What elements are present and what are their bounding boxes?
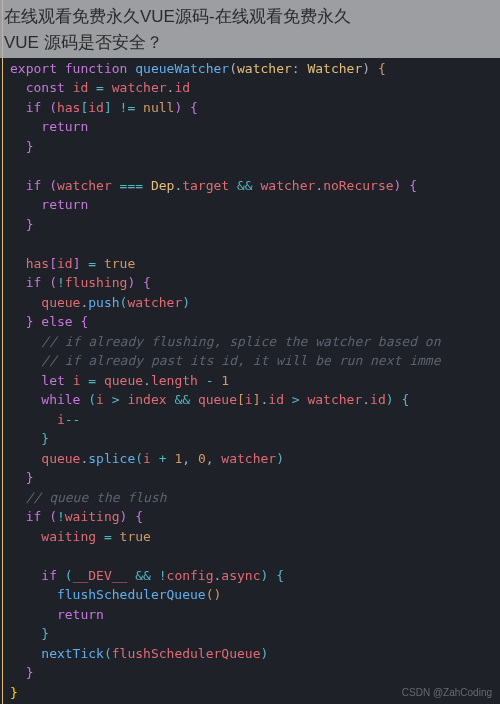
code-line[interactable]: } [10, 624, 500, 644]
code-line[interactable]: nextTick(flushSchedulerQueue) [10, 644, 500, 664]
code-line[interactable]: if (has[id] != null) { [10, 98, 500, 118]
code-line[interactable]: queue.push(watcher) [10, 293, 500, 313]
code-line[interactable]: return [10, 605, 500, 625]
overlay-line2: VUE 源码是否安全？ [4, 30, 496, 56]
code-line[interactable]: has[id] = true [10, 254, 500, 274]
title-overlay: 在线观看免费永久VUE源码-在线观看免费永久 VUE 源码是否安全？ [0, 0, 500, 58]
code-line[interactable] [10, 234, 500, 254]
code-line[interactable]: waiting = true [10, 527, 500, 547]
code-line[interactable]: if (!waiting) { [10, 507, 500, 527]
code-line[interactable]: } [10, 429, 500, 449]
code-line[interactable]: } [10, 215, 500, 235]
code-line[interactable]: } else { [10, 312, 500, 332]
code-line[interactable]: flushSchedulerQueue() [10, 585, 500, 605]
code-line[interactable] [10, 156, 500, 176]
code-line[interactable]: // queue the flush [10, 488, 500, 508]
code-line[interactable]: if (watcher === Dep.target && watcher.no… [10, 176, 500, 196]
code-line[interactable]: // if already past its id, it will be ru… [10, 351, 500, 371]
code-line[interactable]: } [10, 663, 500, 683]
code-line[interactable]: if (!flushing) { [10, 273, 500, 293]
code-line[interactable]: // if already flushing, splice the watch… [10, 332, 500, 352]
gutter-indicator [2, 0, 3, 704]
code-line[interactable]: return [10, 117, 500, 137]
code-line[interactable]: const id = watcher.id [10, 78, 500, 98]
code-line[interactable]: queue.splice(i + 1, 0, watcher) [10, 449, 500, 469]
code-line[interactable]: } [10, 137, 500, 157]
overlay-line1: 在线观看免费永久VUE源码-在线观看免费永久 [4, 4, 496, 30]
code-line[interactable]: let i = queue.length - 1 [10, 371, 500, 391]
code-line[interactable] [10, 546, 500, 566]
code-line[interactable]: export function queueWatcher(watcher: Wa… [10, 59, 500, 79]
watermark: CSDN @ZahCoding [402, 685, 492, 700]
code-line[interactable]: if (__DEV__ && !config.async) { [10, 566, 500, 586]
code-line[interactable]: i-- [10, 410, 500, 430]
code-line[interactable]: return [10, 195, 500, 215]
code-line[interactable]: while (i > index && queue[i].id > watche… [10, 390, 500, 410]
code-editor[interactable]: export function queueWatcher(watcher: Wa… [0, 0, 500, 704]
code-line[interactable]: } [10, 468, 500, 488]
